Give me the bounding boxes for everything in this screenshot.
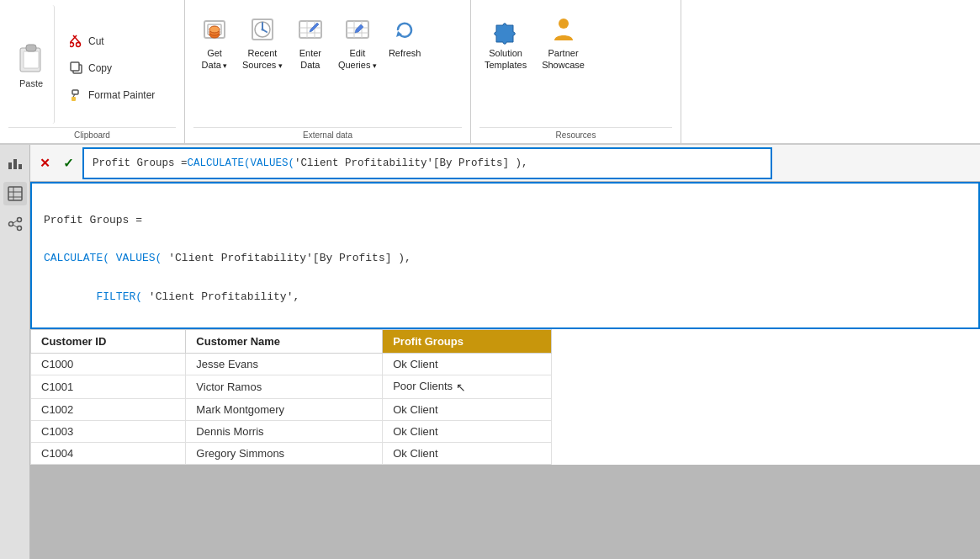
svg-point-5: [70, 42, 74, 46]
table-body: C1000 Jesse Evans Ok Client C1001 Victor…: [31, 354, 552, 465]
get-data-label: GetData: [202, 48, 228, 72]
table-header: Customer ID Customer Name Profit Groups: [31, 330, 552, 354]
formula-line2-kw: CALCULATE(: [44, 252, 109, 264]
bar-chart-icon: [8, 156, 23, 171]
svg-line-3: [73, 35, 80, 43]
formula-line2-kw2: VALUES(: [109, 252, 162, 264]
svg-point-31: [559, 19, 569, 29]
left-sidebar: [0, 145, 30, 559]
svg-point-19: [261, 29, 263, 31]
enter-data-label: EnterData: [299, 48, 321, 72]
cell-customer-id: C1003: [31, 420, 186, 442]
formula-content-rest: VALUES(: [251, 157, 295, 169]
partner-showcase-label: PartnerShowcase: [542, 48, 585, 72]
format-painter-icon: [70, 88, 83, 102]
svg-rect-32: [8, 162, 12, 169]
paste-label: Paste: [19, 78, 43, 88]
svg-rect-35: [8, 187, 22, 200]
sidebar-icon-table[interactable]: [3, 182, 27, 205]
cell-customer-id: C1002: [31, 398, 186, 420]
cut-button[interactable]: Cut: [65, 29, 160, 53]
svg-rect-10: [72, 90, 78, 94]
svg-point-16: [209, 26, 220, 33]
cursor-icon: ↖: [456, 381, 466, 394]
svg-point-41: [17, 226, 21, 231]
cell-profit-groups: Ok Client: [383, 442, 552, 464]
partner-showcase-button[interactable]: PartnerShowcase: [537, 8, 590, 75]
cell-customer-id: C1000: [31, 354, 186, 375]
get-data-button[interactable]: GetData: [193, 8, 236, 75]
confirm-button[interactable]: ✓: [59, 154, 77, 173]
svg-rect-34: [19, 164, 22, 169]
table-row: C1002 Mark Montgomery Ok Client: [31, 398, 552, 420]
formula-code-box[interactable]: Profit Groups = CALCULATE( VALUES( 'Clie…: [82, 147, 772, 179]
svg-point-39: [8, 222, 13, 226]
formula-content-kw: CALCULATE(: [188, 157, 251, 169]
cell-customer-id: C1001: [31, 375, 186, 399]
enter-data-icon: [295, 14, 326, 45]
recent-sources-label: RecentSources: [242, 48, 283, 72]
copy-icon: [70, 61, 83, 75]
refresh-label: Refresh: [389, 48, 421, 60]
solution-templates-label: SolutionTemplates: [485, 48, 527, 72]
cell-customer-name: Victor Ramos: [186, 375, 383, 399]
edit-queries-label: EditQueries: [338, 48, 377, 72]
copy-label: Copy: [88, 62, 112, 74]
cut-icon: [70, 35, 83, 48]
formula-string: 'Client Profitability'[By Profits] ),: [294, 157, 528, 169]
col-header-customer-name: Customer Name: [186, 330, 383, 354]
cell-customer-name: Gregory Simmons: [186, 442, 383, 464]
main-area: ✕ ✓ Profit Groups = CALCULATE( VALUES( '…: [0, 145, 980, 559]
clipboard-section: Paste Cut: [0, 0, 185, 143]
col-header-customer-id: Customer ID: [31, 330, 186, 354]
svg-rect-33: [13, 159, 17, 169]
sidebar-icon-bar[interactable]: [3, 152, 27, 175]
svg-rect-9: [72, 97, 76, 101]
cut-label: Cut: [88, 35, 104, 47]
svg-rect-8: [71, 62, 79, 71]
paste-button[interactable]: Paste: [8, 5, 55, 124]
copy-button[interactable]: Copy: [65, 56, 160, 80]
svg-rect-2: [26, 45, 36, 51]
data-table: Customer ID Customer Name Profit Groups …: [30, 329, 552, 465]
external-data-section: GetData RecentSources: [185, 0, 471, 143]
resources-section: SolutionTemplates PartnerShowcase Resour…: [471, 0, 681, 143]
table-row: C1004 Gregory Simmons Ok Client: [31, 442, 552, 464]
formula-content: Profit Groups =: [93, 157, 188, 169]
content-area: ✕ ✓ Profit Groups = CALCULATE( VALUES( '…: [30, 145, 980, 559]
enter-data-button[interactable]: EnterData: [289, 8, 331, 75]
recent-sources-icon: [247, 14, 278, 45]
table-row: C1000 Jesse Evans Ok Client: [31, 354, 552, 375]
svg-point-6: [77, 42, 81, 46]
formula-line1-plain: Profit Groups =: [44, 214, 149, 226]
cancel-button[interactable]: ✕: [35, 154, 54, 173]
edit-queries-icon: [342, 14, 373, 45]
cell-profit-groups: Ok Client: [383, 354, 552, 375]
sidebar-icon-model[interactable]: [3, 212, 27, 236]
ribbon-toolbar: Paste Cut: [0, 0, 980, 143]
table-row: C1003 Dennis Morris Ok Client: [31, 420, 552, 442]
svg-line-42: [13, 221, 17, 223]
formula-line3-kw: FILTER(: [96, 290, 142, 303]
formula-editor-box[interactable]: Profit Groups = CALCULATE( VALUES( 'Clie…: [30, 182, 980, 329]
cell-customer-id: C1004: [31, 442, 186, 464]
formula-line3-indent: [44, 290, 96, 303]
cell-profit-groups: Ok Client: [383, 420, 552, 442]
cell-customer-name: Jesse Evans: [186, 354, 383, 375]
paste-icon: [15, 41, 47, 77]
table-row: C1001 Victor Ramos Poor Clients ↖: [31, 375, 552, 399]
edit-queries-button[interactable]: EditQueries: [333, 8, 382, 75]
refresh-button[interactable]: Refresh: [384, 8, 426, 63]
resources-label: Resources: [479, 127, 672, 143]
solution-templates-button[interactable]: SolutionTemplates: [479, 8, 532, 75]
cell-profit-groups: Poor Clients ↖: [383, 375, 552, 399]
refresh-icon: [389, 14, 420, 45]
data-table-wrapper: Customer ID Customer Name Profit Groups …: [30, 329, 980, 465]
format-painter-button[interactable]: Format Painter: [65, 83, 160, 107]
model-icon: [8, 216, 23, 232]
col-header-profit-groups: Profit Groups: [383, 330, 552, 354]
recent-sources-button[interactable]: RecentSources: [237, 8, 288, 75]
cell-profit-groups: Ok Client: [383, 398, 552, 420]
clipboard-section-label: Clipboard: [8, 127, 176, 143]
clipboard-small-group: Cut Copy: [65, 12, 160, 124]
